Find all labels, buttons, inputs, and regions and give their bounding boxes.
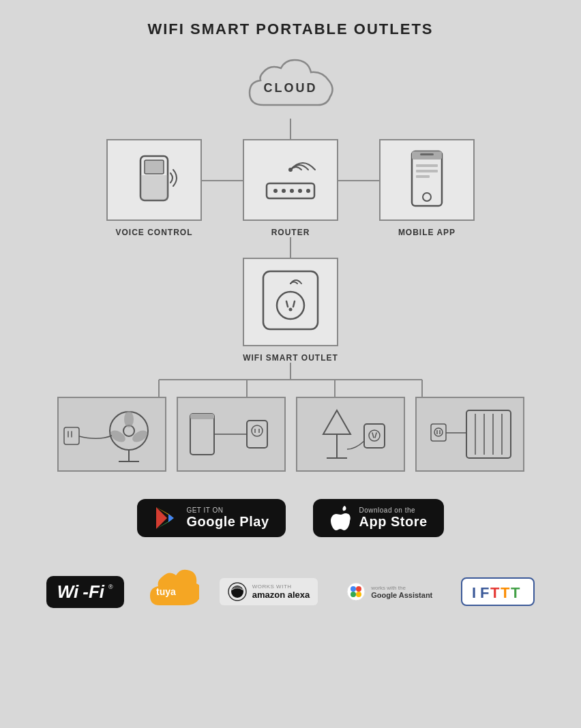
svg-rect-12 bbox=[420, 153, 434, 155]
outlet-section: WIFI SMART OUTLET bbox=[243, 258, 338, 363]
cloud-icon: CLOUD bbox=[243, 57, 338, 119]
svg-marker-62 bbox=[168, 514, 174, 522]
alexa-icon bbox=[228, 582, 247, 601]
diagram: CLOUD bbox=[27, 57, 554, 472]
google-play-top-line: GET IT ON bbox=[186, 506, 269, 514]
svg-rect-40 bbox=[247, 421, 267, 448]
google-play-icon bbox=[153, 506, 178, 530]
router-to-outlet-line bbox=[290, 237, 291, 258]
wifi-registered: ® bbox=[108, 583, 113, 590]
svg-point-56 bbox=[434, 428, 443, 436]
svg-point-65 bbox=[231, 586, 243, 598]
svg-point-68 bbox=[356, 586, 361, 592]
outlet-label: WIFI SMART OUTLET bbox=[243, 353, 338, 363]
appliance-fan bbox=[57, 397, 166, 472]
svg-line-20 bbox=[293, 301, 295, 307]
works-with-google-label: works with the bbox=[371, 585, 432, 591]
cloud-label: CLOUD bbox=[264, 81, 318, 95]
svg-point-47 bbox=[369, 430, 380, 441]
svg-point-7 bbox=[290, 189, 294, 193]
alexa-label: amazon alexa bbox=[252, 590, 310, 600]
svg-text:T: T bbox=[501, 584, 510, 601]
svg-rect-39 bbox=[190, 414, 214, 419]
google-play-button[interactable]: GET IT ON Google Play bbox=[137, 499, 285, 537]
svg-rect-14 bbox=[416, 170, 438, 172]
branch-lines-svg bbox=[100, 363, 481, 397]
svg-point-3 bbox=[288, 168, 293, 172]
voice-control-icon bbox=[127, 149, 181, 211]
wifi-text: Wi bbox=[57, 581, 79, 603]
router-col: ROUTER bbox=[222, 139, 359, 237]
mobile-app-col: MOBILE APP bbox=[359, 139, 495, 237]
svg-rect-55 bbox=[431, 424, 446, 441]
svg-point-9 bbox=[306, 189, 310, 193]
svg-point-35 bbox=[130, 428, 149, 444]
outlet-box bbox=[243, 258, 338, 346]
svg-point-70 bbox=[356, 592, 361, 597]
svg-line-19 bbox=[286, 301, 288, 307]
svg-line-48 bbox=[372, 433, 374, 438]
ifttt-logo: I F T T T bbox=[461, 577, 535, 606]
svg-text:I: I bbox=[472, 584, 476, 601]
svg-point-16 bbox=[423, 193, 431, 201]
alexa-text-wrap: WORKS WITH amazon alexa bbox=[252, 583, 310, 600]
svg-rect-46 bbox=[364, 424, 385, 448]
google-text-wrap: works with the Google Assistant bbox=[371, 585, 432, 599]
svg-point-21 bbox=[289, 308, 293, 312]
mobile-app-box bbox=[379, 139, 475, 221]
app-store-top-line: Download on the bbox=[359, 506, 428, 514]
mobile-app-icon bbox=[406, 148, 447, 213]
logos-row: Wi -Fi ® tuya WORKS WITH amazon alexa bbox=[27, 564, 554, 619]
tuya-icon: tuya bbox=[145, 564, 199, 619]
svg-rect-13 bbox=[416, 164, 438, 167]
svg-point-41 bbox=[252, 425, 263, 436]
voice-control-col: VOICE CONTROL bbox=[86, 139, 222, 237]
svg-rect-38 bbox=[190, 414, 214, 455]
mobile-app-label: MOBILE APP bbox=[398, 228, 456, 237]
devices-section: VOICE CONTROL bbox=[86, 139, 495, 237]
wifi-fi-text: -Fi bbox=[83, 581, 104, 603]
alexa-logo: WORKS WITH amazon alexa bbox=[220, 578, 318, 605]
google-assistant-logo: works with the Google Assistant bbox=[338, 578, 441, 605]
appliance-device bbox=[415, 397, 524, 472]
appliance-phone-charger bbox=[177, 397, 286, 472]
voice-control-label: VOICE CONTROL bbox=[115, 228, 192, 237]
svg-text:T: T bbox=[490, 584, 500, 601]
devices-row: VOICE CONTROL bbox=[86, 139, 495, 237]
svg-point-6 bbox=[282, 189, 286, 193]
svg-rect-17 bbox=[263, 271, 318, 329]
app-store-main-line: App Store bbox=[359, 514, 428, 530]
app-store-text: Download on the App Store bbox=[359, 506, 428, 530]
lamp-icon bbox=[299, 400, 402, 468]
svg-point-5 bbox=[273, 189, 278, 193]
google-assistant-label: Google Assistant bbox=[371, 591, 432, 599]
svg-point-18 bbox=[277, 292, 304, 319]
works-with-label: WORKS WITH bbox=[252, 583, 310, 590]
svg-point-33 bbox=[124, 411, 134, 427]
phone-charger-icon bbox=[180, 400, 282, 468]
router-box bbox=[243, 139, 338, 221]
google-play-text: GET IT ON Google Play bbox=[186, 506, 269, 530]
google-play-main-line: Google Play bbox=[186, 514, 269, 530]
app-buttons-section: GET IT ON Google Play Download on the Ap… bbox=[27, 499, 554, 537]
fan-icon bbox=[61, 400, 163, 468]
router-icon bbox=[256, 149, 325, 211]
appliances-section bbox=[27, 363, 554, 472]
svg-point-69 bbox=[351, 592, 356, 597]
svg-line-49 bbox=[375, 433, 376, 438]
voice-control-box bbox=[106, 139, 202, 221]
page-title: WIFI SMART PORTABLE OUTLETS bbox=[147, 20, 433, 38]
svg-point-8 bbox=[298, 189, 302, 193]
google-assistant-icon bbox=[346, 582, 366, 601]
svg-rect-1 bbox=[145, 160, 164, 174]
svg-rect-15 bbox=[416, 175, 430, 178]
svg-text:T: T bbox=[511, 584, 520, 601]
cloud-to-router-line bbox=[290, 119, 291, 139]
cloud-section: CLOUD bbox=[243, 57, 338, 139]
svg-point-66 bbox=[347, 583, 365, 601]
svg-rect-2 bbox=[140, 175, 168, 200]
ifttt-icon: I F T T T bbox=[471, 581, 525, 602]
wifi-logo: Wi -Fi ® bbox=[46, 576, 124, 608]
tuya-logo: tuya bbox=[145, 564, 199, 619]
app-store-button[interactable]: Download on the App Store bbox=[313, 499, 444, 537]
